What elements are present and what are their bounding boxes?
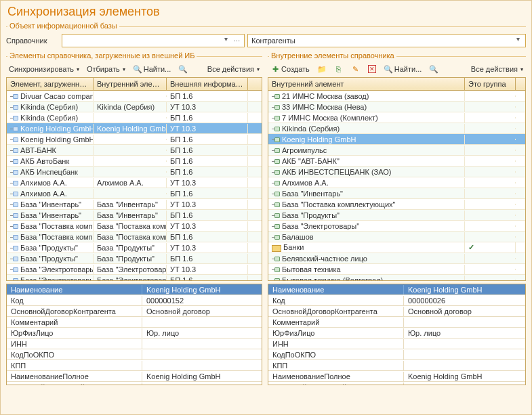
catalog-select-value: Контрагенты	[251, 37, 295, 45]
table-row[interactable]: Алхимов А.А.БП 1.6	[7, 188, 262, 199]
table-row[interactable]: 7 ИМНС Москва (Комплект)	[268, 112, 525, 123]
table-row[interactable]: Бытовая техника (Волгоград)	[268, 275, 525, 280]
copy-button[interactable]: ⎘	[331, 63, 346, 75]
table-row[interactable]: База "Поставка комплектующих"	[268, 199, 525, 210]
table-row[interactable]: База "Продукты"База "Продукты"УТ 10.3	[7, 242, 262, 253]
table-row[interactable]: База "Электротовары"База "Электротовары"…	[7, 264, 262, 275]
detail-row: ОсновнойДоговорКонтрагентаОсновной догов…	[268, 306, 525, 317]
find-button[interactable]: 🔍Найти...	[381, 63, 425, 75]
col-external-info[interactable]: Внешняя информационна...	[167, 78, 248, 90]
table-row[interactable]: База "Продукты"	[268, 210, 525, 221]
right-grid-body[interactable]: 21 ИМНС Москва (завод)33 ИМНС Москва (Не…	[268, 91, 525, 280]
clear-search-icon: 🔍	[178, 64, 188, 74]
table-row[interactable]: База "Поставка комп...База "Поставка ком…	[7, 232, 262, 242]
detail-row: НаименованиеПолноеKoenig Holding GmbH	[7, 371, 262, 382]
object-section-label: Объект информационной базы	[7, 22, 119, 30]
delete-icon: ✕	[368, 65, 376, 73]
clear-find-button[interactable]: 🔍	[426, 63, 441, 75]
detail-row: ИНН	[268, 338, 525, 349]
table-row[interactable]: База "Электротовары"База "Электротовары"…	[7, 275, 262, 280]
col-is-group[interactable]: Это группа	[465, 78, 516, 90]
delete-button[interactable]: ✕	[365, 64, 379, 74]
table-row[interactable]: АКБ "АВТ-БАНК"	[268, 156, 525, 167]
search-icon: 🔍	[384, 64, 393, 74]
table-row[interactable]: Koenig Holding GmbH	[268, 134, 525, 145]
table-row[interactable]: База "Электротовары"	[268, 221, 525, 232]
col-internal-element[interactable]: Внутренний элемент	[94, 78, 167, 90]
table-row[interactable]: Балашов	[268, 232, 525, 242]
all-actions-button[interactable]: Все действия	[205, 64, 262, 74]
detail-row: КодПоОКПО	[7, 349, 262, 360]
detail-row: НаименованиеKoenig Holding GmbH	[7, 284, 262, 295]
detail-row: Комментарий	[7, 317, 262, 328]
table-row[interactable]: Divuar Cacao companyБП 1.6	[7, 91, 262, 102]
left-details: НаименованиеKoenig Holding GmbHКод000000…	[6, 284, 262, 385]
col-loaded-element[interactable]: Элемент, загруженный из ...	[7, 78, 94, 90]
search-icon: 🔍	[133, 64, 142, 74]
col-internal-element[interactable]: Внутренний элемент	[268, 78, 465, 90]
dropdown-icon[interactable]: ▾	[513, 35, 523, 46]
table-row[interactable]: Kikinda (Сербия)	[268, 123, 525, 134]
clear-find-button[interactable]: 🔍	[176, 63, 190, 75]
table-row[interactable]: Алхимов А.А.Алхимов А.А.УТ 10.3	[7, 177, 262, 188]
copy-icon: ⎘	[334, 64, 344, 74]
right-toolbar: ✚Создать 📁 ⎘ ✎ ✕ 🔍Найти... 🔍 Все действи…	[268, 61, 526, 77]
left-toolbar: Синхронизировать Отбирать 🔍Найти... 🔍 Вс…	[6, 61, 262, 77]
right-grid: Внутренний элемент Это группа 21 ИМНС Мо…	[268, 77, 526, 281]
ellipsis-icon[interactable]: …	[232, 35, 242, 46]
catalog-select[interactable]: Контрагенты ▾	[247, 34, 526, 47]
object-select[interactable]: ▾ …	[62, 34, 245, 47]
table-row[interactable]: Алхимов А.А.	[268, 177, 525, 188]
left-grid: Элемент, загруженный из ... Внутренний э…	[6, 77, 262, 281]
table-row[interactable]: Бытовая техника	[268, 264, 525, 275]
table-row[interactable]: База "Продукты"База "Продукты"БП 1.6	[7, 253, 262, 264]
table-row[interactable]: АКБ ИНВЕСТСПЕЦБАНК (ЗАО)	[268, 167, 525, 177]
dropdown-icon[interactable]: ▾	[221, 35, 231, 46]
right-section-label: Внутренние элементы справочника	[269, 51, 396, 60]
table-row[interactable]: Белявский-частное лицо	[268, 253, 525, 264]
detail-row: ИНН	[7, 338, 262, 349]
pencil-icon: ✎	[351, 64, 361, 74]
detail-row: ОсновнойДоговорКонтрагентаОсновной догов…	[7, 306, 262, 317]
table-row[interactable]: Агроимпульс	[268, 145, 525, 156]
detail-row: Комментарий	[268, 317, 525, 328]
table-row[interactable]: 33 ИМНС Москва (Нева)	[268, 102, 525, 112]
detail-row: НаименованиеKoenig Holding GmbH	[268, 284, 525, 295]
new-group-button[interactable]: 📁	[314, 63, 329, 75]
table-row[interactable]: АВТ-БАНКБП 1.6	[7, 145, 262, 156]
sync-button[interactable]: Синхронизировать	[6, 64, 82, 74]
left-grid-body[interactable]: Divuar Cacao companyБП 1.6Kikinda (Серби…	[7, 91, 262, 280]
col-spacer	[248, 78, 262, 90]
table-row[interactable]: База "Поставка комп...База "Поставка ком…	[7, 221, 262, 232]
detail-row: ЮрФизЛицоЮр. лицо	[7, 328, 262, 338]
table-row[interactable]: Koenig Holding GmbHБП 1.6	[7, 134, 262, 145]
all-actions-button[interactable]: Все действия	[468, 64, 526, 74]
table-row[interactable]: База "Инвентарь"База "Инвентарь"БП 1.6	[7, 210, 262, 221]
object-label: Справочник	[6, 37, 59, 45]
detail-row: Код000000152	[7, 295, 262, 306]
table-row[interactable]: 21 ИМНС Москва (завод)	[268, 91, 525, 102]
folder-add-icon: 📁	[317, 64, 327, 74]
edit-button[interactable]: ✎	[348, 63, 363, 75]
table-row[interactable]: Koenig Holding GmbHKoenig Holding GmbHУТ…	[7, 123, 262, 134]
right-details: НаименованиеKoenig Holding GmbHКод000000…	[268, 284, 526, 385]
table-row[interactable]: АКБ АвтоБанкБП 1.6	[7, 156, 262, 167]
create-button[interactable]: ✚Создать	[268, 63, 312, 75]
folder-icon	[272, 245, 281, 252]
detail-row: ОсновнойБанковскийСчет	[268, 382, 525, 385]
detail-row: НаименованиеПолноеKoenig Holding GmbH	[268, 371, 525, 382]
detail-row: ОсновнойБанковскийСчет	[7, 382, 262, 385]
table-row[interactable]: Kikinda (Сербия)БП 1.6	[7, 112, 262, 123]
detail-row: КПП	[7, 360, 262, 371]
find-button[interactable]: 🔍Найти...	[130, 63, 174, 75]
detail-row: ЮрФизЛицоЮр. лицо	[268, 328, 525, 338]
table-row[interactable]: АКБ ИнспецбанкБП 1.6	[7, 167, 262, 177]
table-row[interactable]: Банки✓	[268, 242, 525, 253]
filter-button[interactable]: Отбирать	[84, 64, 128, 74]
col-spacer	[516, 78, 525, 90]
table-row[interactable]: Kikinda (Сербия)Kikinda (Сербия)УТ 10.3	[7, 102, 262, 112]
table-row[interactable]: База "Инвентарь"База "Инвентарь"УТ 10.3	[7, 199, 262, 210]
detail-row: КПП	[268, 360, 525, 371]
table-row[interactable]: База "Инвентарь"	[268, 188, 525, 199]
plus-icon: ✚	[270, 64, 280, 74]
